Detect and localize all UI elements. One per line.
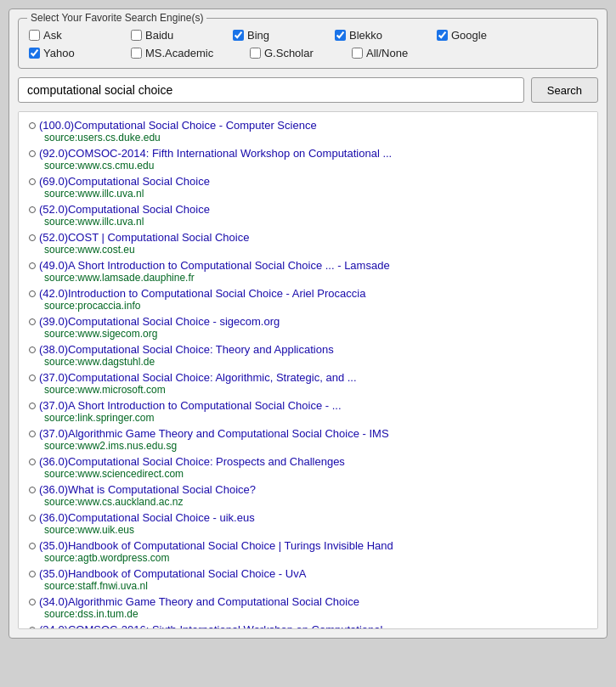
result-link[interactable]: (36.0)Computational Social Choice - uik.… (39, 511, 255, 524)
result-source: source:www.dagstuhl.de (44, 356, 587, 368)
engine-label-baidu[interactable]: Baidu (145, 29, 173, 42)
result-source: source:users.cs.duke.edu (44, 132, 587, 144)
result-bullet-icon (29, 206, 36, 213)
result-item: (38.0)Computational Social Choice: Theor… (29, 343, 587, 368)
result-link[interactable]: (37.0)A Short Introduction to Computatio… (39, 399, 342, 412)
result-link[interactable]: (35.0)Handbook of Computational Social C… (39, 539, 393, 552)
search-button[interactable]: Search (531, 77, 598, 103)
engine-item-msacademic: MS.Academic (131, 47, 216, 59)
result-link[interactable]: (52.0)COST | Computational Social Choice (39, 231, 249, 244)
result-link[interactable]: (35.0)Handbook of Computational Social C… (39, 567, 306, 580)
result-row: (38.0)Computational Social Choice: Theor… (29, 343, 587, 356)
engine-checkbox-baidu[interactable] (131, 30, 142, 41)
result-source: source:www.cost.eu (44, 244, 587, 256)
result-link[interactable]: (100.0)Computational Social Choice - Com… (39, 119, 317, 132)
search-input[interactable] (18, 77, 524, 103)
result-bullet-icon (29, 374, 36, 381)
result-bullet-icon (29, 318, 36, 325)
result-bullet-icon (29, 403, 36, 409)
result-item: (37.0)Algorithmic Game Theory and Comput… (29, 427, 587, 452)
result-item: (35.0)Handbook of Computational Social C… (29, 539, 587, 564)
engines-row-1: AskBaiduBingBlekkoGoogle (29, 29, 587, 42)
engine-label-google[interactable]: Google (451, 29, 487, 42)
result-bullet-icon (29, 290, 36, 297)
result-source: source:www.sciencedirect.com (44, 468, 587, 480)
result-link[interactable]: (36.0)What is Computational Social Choic… (39, 483, 256, 496)
result-bullet-icon (29, 627, 36, 629)
result-row: (100.0)Computational Social Choice - Com… (29, 119, 587, 132)
result-row: (42.0)Introduction to Computational Soci… (29, 287, 587, 300)
result-link[interactable]: (34.0)COMSOC-2016: Sixth International W… (39, 623, 395, 629)
search-engines-legend: Select Your Favorite Search Engine(s) (27, 12, 206, 24)
result-row: (34.0)Algorithmic Game Theory and Comput… (29, 595, 587, 608)
result-source: source:staff.fnwi.uva.nl (44, 580, 587, 592)
result-bullet-icon (29, 571, 36, 577)
search-engines-box: Select Your Favorite Search Engine(s) As… (18, 18, 598, 69)
engine-label-bing[interactable]: Bing (247, 29, 269, 42)
engine-checkbox-yahoo[interactable] (29, 48, 40, 59)
engine-checkbox-gscholar[interactable] (250, 48, 261, 59)
result-item: (34.0)COMSOC-2016: Sixth International W… (29, 623, 587, 629)
engine-label-blekko[interactable]: Blekko (349, 29, 382, 42)
result-link[interactable]: (42.0)Introduction to Computational Soci… (39, 287, 365, 300)
engine-checkbox-msacademic[interactable] (131, 48, 142, 59)
result-link[interactable]: (49.0)A Short Introduction to Computatio… (39, 259, 390, 272)
result-item: (52.0)Computational Social Choicesource:… (29, 203, 587, 228)
result-source: source:www.illc.uva.nl (44, 216, 587, 228)
results-container[interactable]: (100.0)Computational Social Choice - Com… (18, 111, 598, 629)
engine-label-msacademic[interactable]: MS.Academic (145, 47, 213, 59)
engine-checkbox-ask[interactable] (29, 30, 40, 41)
engine-checkbox-bing[interactable] (233, 30, 244, 41)
result-item: (92.0)COMSOC-2014: Fifth International W… (29, 147, 587, 172)
result-row: (37.0)Algorithmic Game Theory and Comput… (29, 427, 587, 440)
result-item: (42.0)Introduction to Computational Soci… (29, 287, 587, 312)
engine-label-ask[interactable]: Ask (43, 29, 62, 42)
engine-checkbox-blekko[interactable] (335, 30, 346, 41)
result-item: (36.0)Computational Social Choice - uik.… (29, 511, 587, 536)
result-source: source:www.cs.auckland.ac.nz (44, 496, 587, 508)
result-link[interactable]: (37.0)Algorithmic Game Theory and Comput… (39, 427, 389, 440)
result-bullet-icon (29, 431, 36, 437)
result-link[interactable]: (38.0)Computational Social Choice: Theor… (39, 343, 334, 356)
result-bullet-icon (29, 178, 36, 185)
result-link[interactable]: (37.0)Computational Social Choice: Algor… (39, 371, 357, 384)
engines-row-2: YahooMS.AcademicG.ScholarAll/None (29, 47, 587, 59)
engine-checkbox-allnone[interactable] (352, 48, 363, 59)
engine-item-google: Google (437, 29, 522, 42)
result-row: (92.0)COMSOC-2014: Fifth International W… (29, 147, 587, 160)
main-container: Select Your Favorite Search Engine(s) As… (8, 8, 608, 639)
result-item: (35.0)Handbook of Computational Social C… (29, 567, 587, 592)
result-item: (69.0)Computational Social Choicesource:… (29, 175, 587, 200)
result-source: source:www.lamsade.dauphine.fr (44, 272, 587, 284)
result-link[interactable]: (92.0)COMSOC-2014: Fifth International W… (39, 147, 392, 160)
result-source: source:www.cs.cmu.edu (44, 160, 587, 172)
engine-label-gscholar[interactable]: G.Scholar (264, 47, 314, 59)
engine-label-yahoo[interactable]: Yahoo (43, 47, 75, 59)
result-bullet-icon (29, 487, 36, 493)
result-item: (34.0)Algorithmic Game Theory and Comput… (29, 595, 587, 620)
result-link[interactable]: (36.0)Computational Social Choice: Prosp… (39, 455, 345, 468)
engine-item-yahoo: Yahoo (29, 47, 114, 59)
result-bullet-icon (29, 515, 36, 521)
result-item: (37.0)Computational Social Choice: Algor… (29, 371, 587, 396)
result-bullet-icon (29, 122, 36, 129)
result-link[interactable]: (69.0)Computational Social Choice (39, 175, 210, 188)
engine-item-gscholar: G.Scholar (250, 47, 335, 59)
result-source: source:www.sigecom.org (44, 328, 587, 340)
result-row: (34.0)COMSOC-2016: Sixth International W… (29, 623, 587, 629)
result-source: source:www.microsoft.com (44, 384, 587, 396)
result-row: (52.0)COST | Computational Social Choice (29, 231, 587, 244)
result-row: (39.0)Computational Social Choice - sige… (29, 315, 587, 328)
result-row: (49.0)A Short Introduction to Computatio… (29, 259, 587, 272)
engine-checkbox-google[interactable] (437, 30, 448, 41)
result-link[interactable]: (34.0)Algorithmic Game Theory and Comput… (39, 595, 359, 608)
result-row: (36.0)What is Computational Social Choic… (29, 483, 587, 496)
engine-item-baidu: Baidu (131, 29, 216, 42)
result-row: (35.0)Handbook of Computational Social C… (29, 539, 587, 552)
engine-item-blekko: Blekko (335, 29, 420, 42)
result-bullet-icon (29, 459, 36, 465)
result-link[interactable]: (52.0)Computational Social Choice (39, 203, 210, 216)
result-bullet-icon (29, 346, 36, 353)
engine-label-allnone[interactable]: All/None (366, 47, 408, 59)
result-link[interactable]: (39.0)Computational Social Choice - sige… (39, 315, 280, 328)
